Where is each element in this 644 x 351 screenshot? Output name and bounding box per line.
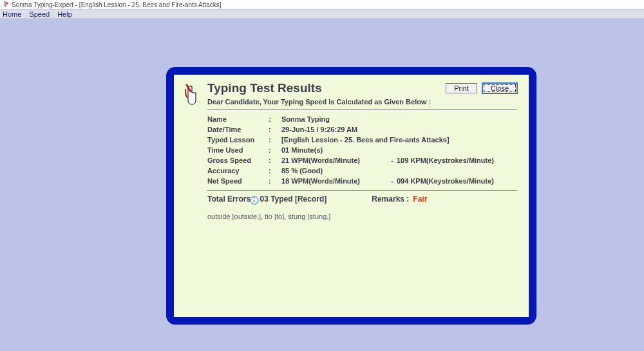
value-datetime: 29-Jun-15 / 9:26:29 AM: [281, 124, 494, 135]
label-datetime: Date/Time: [207, 124, 269, 135]
dialog-title: Typing Test Results: [207, 81, 322, 95]
row-timeused: Time Used : 01 Minute(s): [207, 145, 494, 155]
separator: [207, 190, 517, 191]
label-netspeed: Net Speed: [207, 176, 269, 186]
label-lesson: Typed Lesson: [207, 135, 269, 145]
remarks-label: Remarks :: [372, 194, 409, 204]
row-grossspeed: Gross Speed : 21 WPM(Words/Minute) - 109…: [207, 155, 494, 166]
value-name: Sonma Typing: [281, 114, 494, 124]
row-lesson: Typed Lesson : [English Lession - 25. Be…: [207, 135, 494, 145]
row-name: Name : Sonma Typing: [207, 114, 494, 124]
label-grossspeed: Gross Speed: [207, 155, 269, 166]
results-table: Name : Sonma Typing Date/Time : 29-Jun-1…: [207, 114, 494, 186]
hand-cursor-icon: [183, 84, 201, 107]
results-dialog: Typing Test Results Print Close Dear Can…: [166, 67, 536, 325]
value-net-wpm: 18 WPM(Words/Minute): [281, 176, 388, 186]
value-lesson: [English Lession - 25. Bees and Fire-ant…: [281, 135, 494, 145]
value-gross-kpm: 109 KPM(Keystrokes/Minute): [397, 155, 494, 166]
results-panel: Typing Test Results Print Close Dear Can…: [174, 75, 529, 317]
totals-row: Total Errors : 03 Typed [Record] Remarks…: [207, 194, 517, 204]
label-timeused: Time Used: [207, 145, 269, 155]
client-area: Typing Test Results Print Close Dear Can…: [0, 19, 644, 351]
label-name: Name: [207, 114, 269, 124]
dialog-subtitle: Dear Candidate, Your Typing Speed is Cal…: [207, 98, 517, 106]
value-net-kpm: 094 KPM(Keystrokes/Minute): [397, 176, 494, 186]
menu-bar: Home Speed Help: [0, 9, 644, 19]
value-gross-wpm: 21 WPM(Words/Minute): [281, 155, 388, 166]
menu-home[interactable]: Home: [3, 10, 21, 18]
separator: [207, 109, 517, 110]
total-errors-value: 03 Typed [Record]: [260, 194, 327, 204]
label-accuracy: Accuracy: [207, 166, 269, 176]
cursor-ring-icon: [250, 196, 259, 205]
value-timeused: 01 Minute(s): [281, 145, 494, 155]
total-errors-label: Total Errors :: [207, 194, 255, 204]
window-titlebar: Sonma Typing-Expert - [English Lession -…: [0, 0, 644, 9]
window-title: Sonma Typing-Expert - [English Lession -…: [12, 1, 222, 8]
row-accuracy: Accuracy : 85 % (Good): [207, 166, 494, 176]
menu-help[interactable]: Help: [57, 10, 72, 18]
app-icon: [3, 1, 9, 8]
row-datetime: Date/Time : 29-Jun-15 / 9:26:29 AM: [207, 124, 494, 135]
close-button[interactable]: Close: [482, 83, 517, 93]
row-netspeed: Net Speed : 18 WPM(Words/Minute) - 094 K…: [207, 176, 494, 186]
menu-speed[interactable]: Speed: [29, 10, 50, 18]
value-accuracy: 85 % (Good): [281, 166, 494, 176]
remarks-value: Fair: [413, 194, 427, 204]
print-button[interactable]: Print: [446, 83, 477, 93]
error-detail-text: outside [outside,], tio [to], stung [stu…: [207, 213, 517, 220]
